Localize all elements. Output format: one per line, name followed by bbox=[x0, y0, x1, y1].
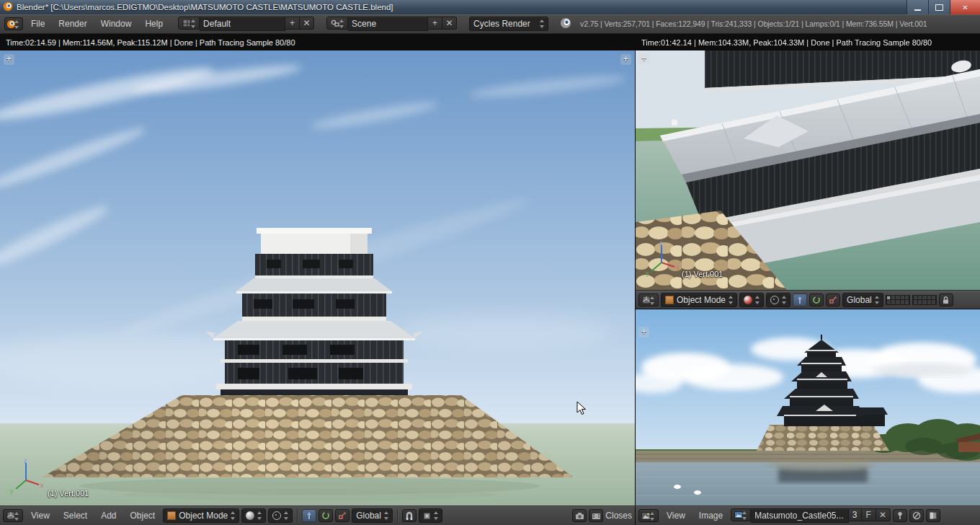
info-editor-type-button[interactable] bbox=[4, 17, 23, 30]
display-channels-button[interactable] bbox=[926, 509, 940, 522]
plus-icon: + bbox=[641, 53, 646, 63]
layers-widget[interactable] bbox=[886, 295, 910, 305]
screen-layout-icon bbox=[182, 19, 191, 27]
manipulator-rotate-button[interactable] bbox=[809, 294, 824, 306]
menu-file[interactable]: File bbox=[25, 19, 50, 29]
dropdown-arrows-icon bbox=[231, 511, 236, 520]
castle-render-image bbox=[0, 50, 635, 506]
dropdown-arrows-icon bbox=[284, 511, 289, 520]
menu-view[interactable]: View bbox=[25, 511, 55, 521]
menu-image[interactable]: Image bbox=[693, 511, 729, 521]
scene-browse-button[interactable] bbox=[326, 17, 348, 30]
axis-mini-gizmo: z x y bbox=[7, 457, 45, 495]
pivot-point-icon bbox=[272, 511, 281, 520]
dropdown-arrows-icon bbox=[14, 512, 19, 521]
menu-view[interactable]: View bbox=[661, 511, 691, 521]
menu-window[interactable]: Window bbox=[95, 19, 138, 29]
channels-icon bbox=[929, 511, 937, 520]
scene-delete-button[interactable]: ✕ bbox=[442, 17, 457, 30]
image-users-count[interactable]: 3 bbox=[849, 508, 862, 521]
camera-icon bbox=[575, 512, 584, 520]
layers-widget[interactable] bbox=[912, 295, 937, 305]
image-editor-canvas[interactable]: + bbox=[636, 309, 980, 506]
snap-toggle-button[interactable] bbox=[402, 509, 416, 522]
plus-icon: + bbox=[623, 54, 628, 64]
unlink-image-button[interactable]: ✕ bbox=[876, 508, 891, 521]
render-status-text: Time:01:42.14 | Mem:104.33M, Peak:104.33… bbox=[641, 38, 932, 47]
image-editor-area: + View Image Matsumoto_Castle05... 3 F ✕ bbox=[635, 309, 980, 525]
snap-element-dropdown[interactable] bbox=[419, 508, 442, 523]
area-corner-handle[interactable]: + bbox=[4, 54, 14, 65]
screen-layout-browse-button[interactable] bbox=[178, 17, 200, 30]
main-viewport-header: View Select Add Object Object Mode bbox=[0, 506, 635, 525]
transform-orientation-dropdown[interactable]: Global bbox=[842, 293, 883, 307]
area-corner-handle[interactable]: + bbox=[620, 54, 631, 65]
mode-dropdown[interactable]: Object Mode bbox=[163, 508, 239, 523]
editor-type-button[interactable] bbox=[638, 509, 659, 522]
scene-add-button[interactable]: + bbox=[428, 17, 442, 30]
fake-user-button[interactable]: F bbox=[862, 508, 876, 521]
shading-sphere-icon bbox=[246, 511, 254, 520]
menu-add[interactable]: Add bbox=[95, 511, 122, 521]
mode-dropdown[interactable]: Object Mode bbox=[661, 293, 737, 307]
editor-type-button[interactable] bbox=[638, 294, 659, 306]
mode-label: Object Mode bbox=[179, 511, 228, 521]
opengl-render-anim-button[interactable] bbox=[589, 509, 603, 522]
image-painting-mode-button[interactable] bbox=[909, 509, 924, 522]
minimize-icon bbox=[914, 9, 921, 11]
manipulator-rotate-button[interactable] bbox=[318, 509, 333, 522]
menu-render[interactable]: Render bbox=[53, 19, 92, 29]
dropdown-arrows-icon bbox=[782, 296, 787, 304]
scene-statistics: v2.75 | Verts:257,701 | Faces:122,949 | … bbox=[580, 19, 927, 28]
slash-circle-icon bbox=[912, 511, 921, 520]
window-controls: ✕ bbox=[906, 0, 980, 14]
plus-icon: + bbox=[290, 18, 295, 28]
window-titlebar: Blender* [C:\Users\marcos.EDIGTMO\Deskto… bbox=[0, 0, 980, 14]
svg-text:y: y bbox=[646, 270, 649, 277]
area-corner-handle[interactable]: + bbox=[638, 327, 649, 338]
manipulator-scale-button[interactable] bbox=[335, 509, 349, 522]
snap-face-icon bbox=[423, 512, 431, 520]
object-mode-icon bbox=[665, 296, 674, 304]
reference-photo-image bbox=[636, 309, 980, 506]
image-name-field[interactable]: Matsumoto_Castle05... bbox=[751, 508, 848, 523]
manipulator-translate-button[interactable] bbox=[302, 509, 316, 522]
render-engine-dropdown[interactable]: Cycles Render bbox=[469, 17, 548, 31]
area-corner-handle[interactable]: + bbox=[638, 53, 649, 64]
opengl-render-button[interactable] bbox=[572, 509, 587, 522]
editor-type-button[interactable] bbox=[3, 509, 23, 522]
orientation-label: Global bbox=[356, 511, 381, 521]
dropdown-arrows-icon bbox=[191, 19, 196, 28]
image-browse-button[interactable] bbox=[731, 508, 751, 521]
menu-select[interactable]: Select bbox=[58, 511, 93, 521]
pivot-center-dropdown[interactable] bbox=[766, 293, 790, 307]
window-title: Blender* [C:\Users\marcos.EDIGTMO\Deskto… bbox=[17, 3, 393, 12]
close-button[interactable]: ✕ bbox=[950, 0, 980, 14]
viewport-shading-dropdown[interactable] bbox=[241, 508, 266, 523]
viewport-shading-dropdown[interactable] bbox=[739, 293, 764, 307]
main-viewport-render[interactable]: + + z x y (1) Vert.001 bbox=[0, 50, 635, 506]
scene-selector: Scene + ✕ bbox=[326, 17, 457, 31]
secondary-viewport-render[interactable]: + z x y (1) Vert.001 bbox=[636, 50, 980, 290]
snap-target-label[interactable]: Closes bbox=[605, 511, 632, 521]
screen-layout-delete-button[interactable]: ✕ bbox=[300, 17, 314, 30]
menu-object[interactable]: Object bbox=[125, 511, 161, 521]
castle-closeup-render-image bbox=[636, 50, 980, 290]
maximize-button[interactable] bbox=[928, 0, 950, 14]
image-datablock-selector: Matsumoto_Castle05... 3 F ✕ bbox=[731, 508, 890, 523]
manipulator-scale-button[interactable] bbox=[826, 294, 840, 306]
screen-layout-add-button[interactable]: + bbox=[285, 17, 300, 30]
screen-layout-name-field[interactable]: Default bbox=[200, 17, 285, 31]
manipulator-translate-button[interactable] bbox=[793, 294, 807, 306]
transform-orientation-dropdown[interactable]: Global bbox=[352, 508, 393, 523]
minimize-button[interactable] bbox=[906, 0, 928, 14]
pivot-center-dropdown[interactable] bbox=[268, 508, 293, 523]
pin-image-button[interactable] bbox=[893, 509, 907, 522]
dropdown-arrows-icon bbox=[540, 19, 545, 28]
menu-help[interactable]: Help bbox=[139, 19, 169, 29]
scene-name-field[interactable]: Scene bbox=[348, 17, 428, 31]
separator bbox=[397, 509, 398, 522]
rotate-icon bbox=[812, 296, 821, 304]
lock-to-scene-button[interactable] bbox=[939, 294, 953, 306]
blender-window: Blender* [C:\Users\marcos.EDIGTMO\Deskto… bbox=[0, 0, 980, 525]
